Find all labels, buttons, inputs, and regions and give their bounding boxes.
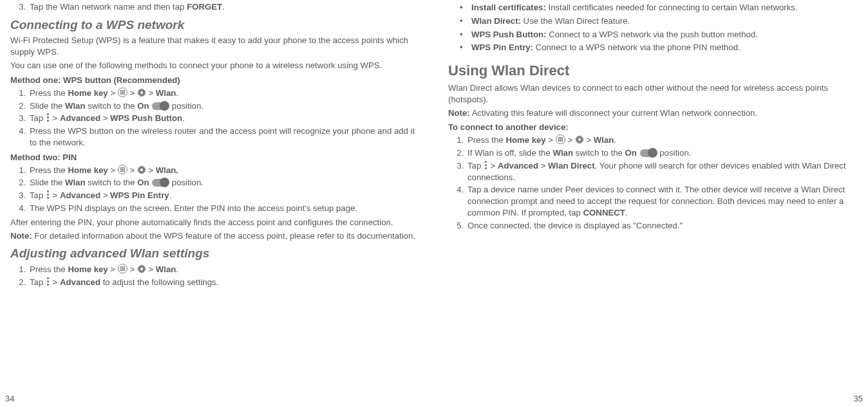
- toggle-on-icon: [640, 149, 657, 157]
- after-pin: After entering the PIN, your phone autom…: [10, 217, 420, 228]
- page-number: 34: [5, 393, 14, 405]
- m2-step1: Press the Home key > > > Wlan.: [28, 165, 420, 176]
- note-wlan-direct: Note: Activating this feature will disco…: [448, 107, 858, 119]
- gear-icon: [137, 165, 146, 174]
- toggle-on-icon: [152, 179, 169, 187]
- heading-advanced: Adjusting advanced Wlan settings: [10, 245, 420, 262]
- apps-icon: [556, 134, 565, 144]
- text: Tap the Wlan network name and then tap: [30, 2, 187, 12]
- adv-step2: Tap > Advanced to adjust the following s…: [28, 277, 420, 288]
- gear-icon: [575, 135, 584, 144]
- more-icon: [46, 277, 50, 286]
- more-icon: [46, 190, 50, 199]
- page-number: 35: [854, 393, 863, 405]
- heading-wlan-direct: Using Wlan Direct: [448, 61, 858, 80]
- step-forget: Tap the Wlan network name and then tap F…: [28, 1, 420, 13]
- bullet-wps-push: WPS Push Button: Connect to a WPS networ…: [462, 29, 858, 41]
- subhead-connect: To connect to another device:: [448, 122, 858, 133]
- apps-icon: [118, 88, 127, 97]
- apps-icon: [118, 165, 127, 174]
- r-step1: Press the Home key > > > Wlan.: [466, 134, 858, 146]
- bullet-wps-pin: WPS Pin Entry: Connect to a WPS network …: [462, 42, 858, 53]
- more-icon: [46, 113, 50, 122]
- page-34: Tap the Wlan network name and then tap F…: [0, 0, 434, 406]
- r-step2: If Wlan is off, slide the Wlan switch to…: [466, 147, 858, 159]
- m2-step4: The WPS PIN displays on the screen. Ente…: [28, 203, 420, 214]
- r-step5: Once connected, the device is displayed …: [466, 220, 858, 232]
- apps-icon: [118, 264, 127, 273]
- wps-intro-1: Wi-Fi Protected Setup (WPS) is a feature…: [10, 35, 420, 58]
- toggle-on-icon: [152, 102, 169, 110]
- wps-intro-2: You can use one of the following methods…: [10, 60, 420, 71]
- m2-step3: Tap > Advanced > WPS Pin Entry.: [28, 190, 420, 201]
- more-icon: [484, 161, 487, 170]
- forget-bold: FORGET: [187, 2, 222, 12]
- adv-step1: Press the Home key > > > Wlan.: [28, 264, 420, 275]
- m1-step4: Press the WPS button on the wireless rou…: [28, 125, 420, 149]
- method-1-title: Method one: WPS button (Recommended): [10, 75, 420, 86]
- m1-step1: Press the Home key > > > Wlan.: [28, 88, 420, 99]
- bullet-install-certs: Install certificates: Install certificat…: [462, 2, 858, 14]
- wlan-direct-p1: Wlan Direct allows Wlan devices to conne…: [448, 82, 858, 106]
- gear-icon: [137, 264, 146, 273]
- m1-step3: Tap > Advanced > WPS Push Button.: [28, 113, 420, 124]
- r-step3: Tap > Advanced > Wlan Direct. Your phone…: [466, 160, 858, 183]
- gear-icon: [137, 88, 146, 97]
- page-35: Install certificates: Install certificat…: [434, 0, 868, 406]
- method-2-title: Method two: PIN: [10, 152, 420, 163]
- heading-wps: Connecting to a WPS network: [10, 17, 420, 33]
- m1-step2: Slide the Wlan switch to the On position…: [28, 100, 420, 112]
- m2-step2: Slide the Wlan switch to the On position…: [28, 177, 420, 189]
- r-step4: Tap a device name under Peer devices to …: [466, 184, 858, 218]
- bullet-wlan-direct: Wlan Direct: Use the Wlan Direct feature…: [462, 15, 858, 27]
- note-wps: Note: For detailed information about the…: [10, 230, 420, 242]
